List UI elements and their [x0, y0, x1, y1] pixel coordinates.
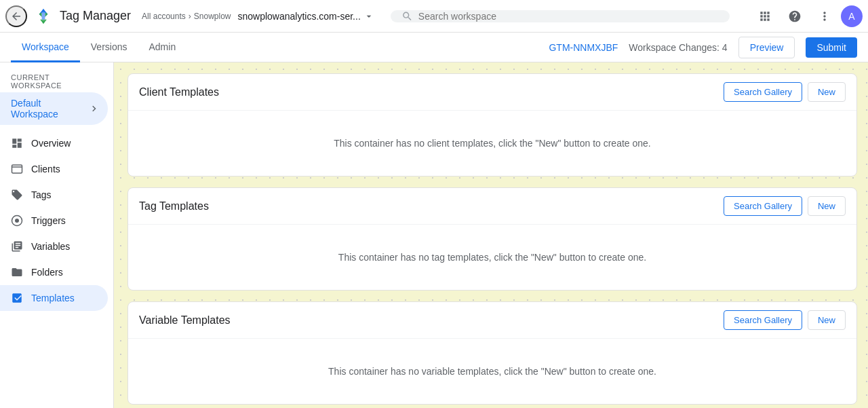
sidebar-item-overview[interactable]: Overview: [0, 130, 108, 156]
triggers-icon: [11, 215, 23, 227]
sub-header: Workspace Versions Admin GTM-NNMXJBF Wor…: [0, 33, 868, 62]
sidebar-item-templates-label: Templates: [31, 293, 75, 303]
variable-templates-title: Variable Templates: [139, 314, 231, 327]
search-icon: [401, 10, 413, 22]
sidebar-item-templates[interactable]: Templates: [0, 285, 108, 311]
variables-icon: [11, 240, 23, 253]
tab-workspace[interactable]: Workspace: [11, 33, 80, 62]
gtm-id[interactable]: GTM-NNMXJBF: [549, 42, 618, 53]
variable-templates-empty-message: This container has no variable templates…: [328, 366, 656, 377]
help-button[interactable]: [781, 3, 808, 30]
overview-icon: [11, 137, 23, 149]
search-bar: [391, 10, 730, 22]
sub-header-right: GTM-NNMXJBF Workspace Changes: 4 Preview…: [549, 37, 868, 58]
breadcrumb-separator: ›: [189, 12, 191, 21]
client-templates-empty-message: This container has no client templates, …: [334, 138, 651, 149]
sidebar-nav: Overview Clients Tags Trig: [0, 130, 113, 311]
tab-admin[interactable]: Admin: [138, 33, 186, 62]
sidebar-item-tags[interactable]: Tags: [0, 182, 108, 208]
client-templates-body: This container has no client templates, …: [128, 111, 856, 176]
templates-icon: [11, 292, 23, 304]
workspace-selector[interactable]: snowplowanalytics.com-ser...: [237, 11, 374, 22]
svg-rect-5: [12, 165, 22, 173]
sidebar: CURRENT WORKSPACE Default Workspace Over…: [0, 62, 114, 408]
header-actions: A: [751, 3, 863, 30]
sidebar-item-folders[interactable]: Folders: [0, 259, 108, 285]
sidebar-item-variables[interactable]: Variables: [0, 234, 108, 259]
app-logo: [33, 5, 54, 27]
tag-templates-body: This container has no tag templates, cli…: [128, 225, 856, 290]
tag-templates-header: Tag Templates Search Gallery New: [128, 188, 856, 225]
sidebar-item-tags-label: Tags: [31, 189, 52, 200]
main-content: Client Templates Search Gallery New This…: [114, 62, 868, 408]
client-templates-new-button[interactable]: New: [808, 82, 846, 102]
workspace-changes: Workspace Changes: 4: [629, 42, 727, 53]
sidebar-item-triggers[interactable]: Triggers: [0, 208, 108, 234]
sidebar-item-clients[interactable]: Clients: [0, 156, 108, 182]
svg-rect-4: [41, 12, 45, 20]
tag-templates-title: Tag Templates: [139, 200, 209, 212]
breadcrumb-all-accounts[interactable]: All accounts: [142, 12, 186, 21]
app-title: Tag Manager: [60, 9, 131, 23]
svg-point-8: [15, 219, 19, 223]
tag-templates-actions: Search Gallery New: [724, 196, 846, 216]
search-input[interactable]: [418, 11, 719, 22]
submit-button[interactable]: Submit: [806, 37, 857, 58]
top-header: Tag Manager All accounts › Snowplow snow…: [0, 0, 868, 33]
client-templates-title: Client Templates: [139, 86, 219, 98]
variable-templates-body: This container has no variable templates…: [128, 339, 856, 404]
variable-templates-search-gallery-button[interactable]: Search Gallery: [724, 310, 802, 330]
sidebar-item-clients-label: Clients: [31, 164, 60, 174]
variable-templates-header: Variable Templates Search Gallery New: [128, 302, 856, 339]
variable-templates-actions: Search Gallery New: [724, 310, 846, 330]
avatar[interactable]: A: [841, 5, 863, 27]
nav-tabs: Workspace Versions Admin: [11, 33, 186, 62]
sidebar-item-triggers-label: Triggers: [31, 215, 66, 226]
sidebar-item-overview-label: Overview: [31, 138, 71, 149]
workspace-name: Default Workspace: [11, 98, 88, 119]
workspace-selector-label: snowplowanalytics.com-ser...: [237, 11, 360, 22]
tag-templates-search-gallery-button[interactable]: Search Gallery: [724, 196, 802, 216]
tab-versions[interactable]: Versions: [80, 33, 138, 62]
sidebar-item-folders-label: Folders: [31, 267, 63, 278]
tag-templates-new-button[interactable]: New: [808, 196, 846, 216]
tag-templates-section: Tag Templates Search Gallery New This co…: [127, 187, 857, 291]
workspace-item[interactable]: Default Workspace: [0, 92, 108, 125]
folders-icon: [11, 266, 23, 278]
breadcrumb-account[interactable]: Snowplow: [194, 12, 231, 21]
client-templates-header: Client Templates Search Gallery New: [128, 74, 856, 111]
tag-templates-empty-message: This container has no tag templates, cli…: [338, 252, 646, 263]
main-layout: CURRENT WORKSPACE Default Workspace Over…: [0, 62, 868, 408]
apps-button[interactable]: [751, 3, 778, 30]
client-templates-search-gallery-button[interactable]: Search Gallery: [724, 82, 802, 102]
client-templates-section: Client Templates Search Gallery New This…: [127, 73, 857, 177]
preview-button[interactable]: Preview: [738, 37, 795, 58]
sidebar-item-variables-label: Variables: [31, 241, 70, 252]
variable-templates-new-button[interactable]: New: [808, 310, 846, 330]
breadcrumb: All accounts › Snowplow: [142, 12, 231, 21]
current-workspace-label: CURRENT WORKSPACE: [0, 68, 113, 92]
variable-templates-section: Variable Templates Search Gallery New Th…: [127, 301, 857, 405]
back-button[interactable]: [5, 5, 27, 27]
workspace-chevron-icon: [88, 103, 100, 115]
clients-icon: [11, 163, 23, 175]
client-templates-actions: Search Gallery New: [724, 82, 846, 102]
more-options-button[interactable]: [811, 3, 838, 30]
tags-icon: [11, 189, 23, 201]
